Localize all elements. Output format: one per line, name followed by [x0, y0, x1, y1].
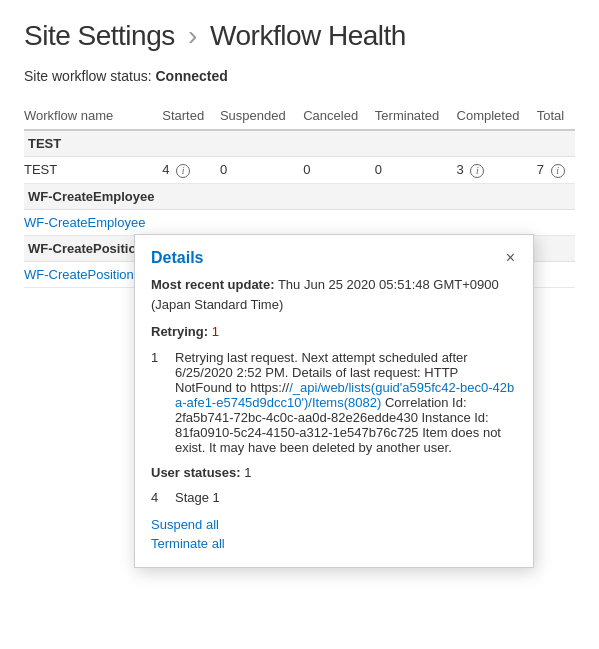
table-row: TEST 4 i 0 0 0 3 i 7 i: [24, 157, 575, 184]
retrying-list: 1 Retrying last request. Next attempt sc…: [151, 350, 517, 455]
canceled-wf-create-employee: [299, 209, 371, 235]
group-name-TEST: TEST: [24, 130, 575, 157]
user-status-num: 4: [151, 490, 167, 505]
col-header-suspended: Suspended: [216, 104, 299, 130]
terminated-TEST: 0: [371, 157, 453, 184]
title-separator: ›: [188, 20, 197, 51]
wf-create-positions-link[interactable]: WF-CreatePositions: [24, 267, 140, 282]
status-value: Connected: [156, 68, 228, 84]
table-row: WF-CreateEmployee: [24, 209, 575, 235]
retrying-section: Retrying: 1: [151, 322, 517, 342]
wf-name-create-employee[interactable]: WF-CreateEmployee: [24, 209, 158, 235]
page-title: Site Settings › Workflow Health: [24, 20, 575, 52]
suspend-all-link[interactable]: Suspend all: [151, 517, 517, 532]
wf-create-employee-link[interactable]: WF-CreateEmployee: [24, 215, 145, 230]
most-recent-section: Most recent update: Thu Jun 25 2020 05:5…: [151, 275, 517, 314]
terminate-all-link[interactable]: Terminate all: [151, 536, 517, 551]
total-TEST: 7 i: [533, 157, 575, 184]
total-wf-create-positions: [533, 261, 575, 287]
started-TEST: 4 i: [158, 157, 216, 184]
group-name-wf-create-employee: WF-CreateEmployee: [24, 183, 575, 209]
user-statuses-section: User statuses: 1: [151, 463, 517, 483]
retrying-item-num: 1: [151, 350, 167, 455]
list-item: 1 Retrying last request. Next attempt sc…: [151, 350, 517, 455]
title-part2: Workflow Health: [210, 20, 406, 51]
col-header-terminated: Terminated: [371, 104, 453, 130]
terminated-wf-create-employee: [371, 209, 453, 235]
completed-TEST: 3 i: [453, 157, 533, 184]
col-header-completed: Completed: [453, 104, 533, 130]
workflow-table-wrapper: Workflow name Started Suspended Canceled…: [24, 104, 575, 288]
user-status-text: Stage 1: [175, 490, 220, 505]
details-popup-title: Details: [151, 249, 203, 267]
status-label: Site workflow status:: [24, 68, 152, 84]
suspended-wf-create-employee: [216, 209, 299, 235]
col-header-started: Started: [158, 104, 216, 130]
details-popup-header: Details ×: [151, 249, 517, 267]
user-statuses-value: 1: [244, 465, 251, 480]
title-part1: Site Settings: [24, 20, 175, 51]
user-statuses-list: 4 Stage 1: [151, 490, 517, 505]
col-header-name: Workflow name: [24, 104, 158, 130]
table-header-row: Workflow name Started Suspended Canceled…: [24, 104, 575, 130]
started-wf-create-employee: [158, 209, 216, 235]
status-bar: Site workflow status: Connected: [24, 68, 575, 84]
retrying-label: Retrying:: [151, 324, 208, 339]
details-popup-close-button[interactable]: ×: [504, 250, 517, 266]
details-popup: Details × Most recent update: Thu Jun 25…: [134, 234, 534, 568]
total-wf-create-employee: [533, 209, 575, 235]
completed-info-icon[interactable]: i: [470, 164, 484, 178]
group-header-TEST: TEST: [24, 130, 575, 157]
user-statuses-label: User statuses:: [151, 465, 241, 480]
started-info-icon[interactable]: i: [176, 164, 190, 178]
col-header-total: Total: [533, 104, 575, 130]
list-item: 4 Stage 1: [151, 490, 517, 505]
retrying-value: 1: [212, 324, 219, 339]
retrying-item-content: Retrying last request. Next attempt sche…: [175, 350, 517, 455]
most-recent-label: Most recent update:: [151, 277, 275, 292]
canceled-TEST: 0: [299, 157, 371, 184]
completed-wf-create-employee: [453, 209, 533, 235]
wf-name-TEST: TEST: [24, 157, 158, 184]
group-header-wf-create-employee: WF-CreateEmployee: [24, 183, 575, 209]
col-header-canceled: Canceled: [299, 104, 371, 130]
total-info-icon[interactable]: i: [551, 164, 565, 178]
popup-actions: Suspend all Terminate all: [151, 517, 517, 551]
suspended-TEST: 0: [216, 157, 299, 184]
